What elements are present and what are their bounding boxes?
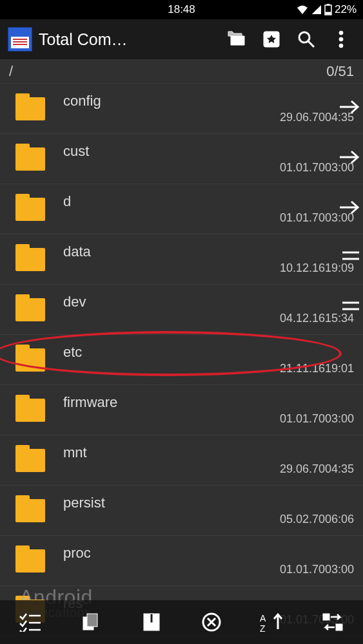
folder-icon (15, 198, 45, 221)
svg-rect-23 (336, 624, 342, 630)
row-handle[interactable] (341, 250, 360, 264)
selection-counter: 0/51 (326, 63, 354, 80)
battery-icon (324, 4, 332, 15)
svg-rect-13 (87, 614, 97, 627)
file-meta: 01.01.7003:00 (280, 563, 354, 576)
row-handle[interactable] (341, 300, 360, 314)
battery-percent: 22% (335, 3, 357, 16)
checklist-icon (19, 612, 42, 632)
file-row[interactable]: etc21.11.1619:01 (0, 335, 363, 385)
svg-point-6 (339, 31, 343, 35)
file-row[interactable]: firmware01.01.7003:00 (0, 385, 363, 435)
file-name: etc (63, 344, 354, 361)
file-row[interactable]: config29.06.7004:35 (0, 84, 363, 134)
svg-rect-15 (150, 614, 153, 623)
path-bar[interactable]: / 0/51 (0, 59, 363, 84)
row-arrow[interactable] (338, 200, 360, 218)
zip-icon (142, 612, 161, 632)
folders-icon (226, 30, 248, 48)
file-meta: 05.02.7006:06 (280, 513, 354, 526)
folder-icon (15, 549, 45, 573)
row-arrow[interactable] (338, 149, 360, 167)
folder-icon (15, 449, 45, 472)
close-circle-icon (201, 612, 222, 632)
status-time: 18:48 (168, 3, 195, 16)
svg-text:Z: Z (260, 623, 266, 632)
bottom-toolbar: AZ (0, 600, 363, 644)
folder-icon (15, 348, 45, 372)
folder-icon (15, 298, 45, 321)
bookmark-icon (262, 30, 281, 49)
row-arrow[interactable] (338, 99, 360, 117)
svg-line-5 (308, 41, 314, 47)
search-icon (297, 30, 316, 49)
file-name: d (63, 193, 354, 210)
file-name: data (63, 243, 354, 260)
file-row[interactable]: persist05.02.7006:06 (0, 486, 363, 536)
file-row[interactable]: proc01.01.7003:00 (0, 536, 363, 586)
svg-text:A: A (260, 613, 266, 623)
svg-rect-22 (323, 614, 329, 620)
drag-lines-icon (341, 300, 360, 312)
delete-button[interactable] (192, 606, 231, 638)
drag-lines-icon (341, 250, 360, 261)
arrow-right-icon (338, 99, 360, 115)
folder-icon (15, 399, 45, 422)
select-button[interactable] (11, 606, 50, 638)
signal-icon (311, 5, 322, 15)
folder-icon (15, 97, 45, 120)
svg-rect-2 (326, 12, 331, 14)
swap-icon (322, 612, 344, 632)
copy-icon (81, 612, 101, 632)
file-name: firmware (63, 394, 354, 411)
folder-icon (15, 499, 45, 522)
svg-point-4 (299, 32, 309, 43)
app-title: Total Com… (39, 30, 128, 49)
file-meta: 21.11.1619:01 (280, 362, 354, 375)
status-right: 22% (296, 3, 357, 16)
file-meta: 29.06.7004:35 (280, 462, 354, 476)
file-list: config29.06.7004:35cust01.01.7003:00d01.… (0, 84, 363, 644)
app-bar: Total Com… (0, 19, 363, 59)
file-row[interactable]: data10.12.1619:09 (0, 234, 363, 285)
file-name: cust (63, 143, 354, 160)
file-row[interactable]: dev04.12.1615:34 (0, 285, 363, 335)
sort-button[interactable]: AZ (253, 606, 291, 638)
file-name: dev (63, 294, 354, 310)
swap-button[interactable] (313, 606, 352, 638)
svg-point-7 (339, 37, 343, 41)
file-row[interactable]: d01.01.7003:00 (0, 184, 363, 234)
folder-icon (15, 147, 45, 171)
more-vert-icon (338, 30, 344, 48)
pack-button[interactable] (132, 606, 171, 638)
folders-button[interactable] (222, 25, 251, 53)
file-row[interactable]: cust01.01.7003:00 (0, 134, 363, 184)
arrow-right-icon (338, 200, 360, 215)
file-name: persist (63, 495, 354, 511)
bookmark-button[interactable] (257, 25, 286, 53)
sort-az-icon: AZ (260, 612, 284, 632)
file-name: mnt (63, 444, 354, 461)
status-bar: 18:48 22% (0, 0, 363, 19)
file-row[interactable]: mnt29.06.7004:35 (0, 435, 363, 486)
arrow-right-icon (338, 149, 360, 165)
copy-button[interactable] (72, 606, 110, 638)
menu-button[interactable] (327, 25, 355, 53)
svg-point-8 (339, 44, 343, 48)
search-button[interactable] (292, 25, 320, 53)
file-name: proc (63, 545, 354, 562)
app-icon[interactable] (8, 27, 32, 52)
svg-rect-1 (327, 4, 329, 5)
current-path: / (9, 63, 13, 80)
file-name: config (63, 93, 354, 109)
wifi-icon (296, 5, 309, 15)
folder-icon (15, 248, 45, 271)
file-meta: 01.01.7003:00 (280, 412, 354, 426)
